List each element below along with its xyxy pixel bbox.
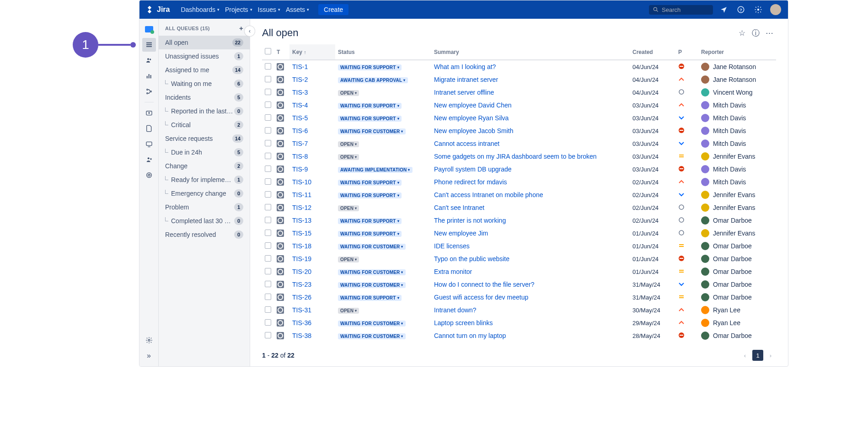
add-queue-icon[interactable]: + [239, 24, 243, 32]
star-icon[interactable]: ☆ [735, 26, 749, 40]
status-badge[interactable]: AWAITING CAB APPROVAL ▾ [338, 77, 408, 83]
issue-summary-link[interactable]: IDE licenses [434, 242, 470, 250]
status-badge[interactable]: WAITING FOR CUSTOMER ▾ [338, 128, 406, 134]
row-checkbox[interactable] [265, 281, 271, 287]
col-status[interactable]: Status [335, 44, 431, 60]
row-checkbox[interactable] [265, 191, 271, 198]
col-created[interactable]: Created [630, 44, 675, 60]
create-button[interactable]: Create [318, 4, 348, 15]
status-badge[interactable]: OPEN ▾ [338, 141, 359, 147]
row-checkbox[interactable] [265, 63, 271, 70]
row-checkbox[interactable] [265, 153, 271, 159]
status-badge[interactable]: OPEN ▾ [338, 205, 359, 211]
queue-item[interactable]: Problem1 [159, 200, 250, 214]
row-checkbox[interactable] [265, 76, 271, 82]
issue-key-link[interactable]: TIS-6 [292, 127, 308, 134]
notifications-icon[interactable] [717, 3, 730, 16]
queue-item[interactable]: Due in 24h5 [159, 145, 250, 159]
col-reporter[interactable]: Reporter [698, 44, 776, 60]
issue-summary-link[interactable]: Intranet server offline [434, 89, 494, 96]
issue-key-link[interactable]: TIS-9 [292, 166, 308, 173]
expand-icon[interactable]: » [142, 349, 156, 363]
queue-item[interactable]: Unassigned issues1 [159, 49, 250, 63]
issue-key-link[interactable]: TIS-1 [292, 63, 308, 70]
project-icon[interactable] [142, 22, 156, 36]
issue-key-link[interactable]: TIS-8 [292, 153, 308, 160]
queue-item[interactable]: Change2 [159, 159, 250, 173]
col-summary[interactable]: Summary [431, 44, 630, 60]
issue-key-link[interactable]: TIS-19 [292, 255, 311, 262]
row-checkbox[interactable] [265, 140, 271, 146]
issue-key-link[interactable]: TIS-18 [292, 242, 311, 250]
issue-key-link[interactable]: TIS-31 [292, 306, 311, 314]
issue-key-link[interactable]: TIS-3 [292, 89, 308, 96]
select-all-checkbox[interactable] [265, 48, 271, 54]
issue-summary-link[interactable]: Can't see Intranet [434, 204, 484, 211]
issue-key-link[interactable]: TIS-38 [292, 332, 311, 339]
issue-key-link[interactable]: TIS-5 [292, 114, 308, 122]
status-badge[interactable]: WAITING FOR SUPPORT ▾ [338, 193, 402, 198]
issue-key-link[interactable]: TIS-7 [292, 140, 308, 147]
info-icon[interactable]: ⓘ [749, 26, 762, 40]
channels-icon[interactable] [142, 137, 156, 151]
nav-assets[interactable]: Assets▾ [283, 4, 312, 15]
queue-item[interactable]: Waiting on me6 [159, 77, 250, 91]
issue-key-link[interactable]: TIS-12 [292, 204, 311, 211]
issue-summary-link[interactable]: New employee Ryan Silva [434, 114, 509, 122]
services-icon[interactable] [142, 85, 156, 98]
invite-icon[interactable] [142, 153, 156, 166]
issue-summary-link[interactable]: Extra monitor [434, 268, 472, 275]
queue-item[interactable]: Assigned to me14 [159, 63, 250, 77]
status-badge[interactable]: OPEN ▾ [338, 154, 359, 160]
status-badge[interactable]: WAITING FOR SUPPORT ▾ [338, 231, 402, 237]
issue-summary-link[interactable]: New employee David Chen [434, 102, 512, 109]
issue-summary-link[interactable]: Some gadgets on my JIRA dashboard seem t… [434, 153, 597, 160]
queue-item[interactable]: Completed last 30 days0 [159, 214, 250, 228]
queue-item[interactable]: Recently resolved0 [159, 228, 250, 241]
search-input[interactable] [662, 6, 707, 13]
settings-icon[interactable] [751, 3, 765, 16]
nav-projects[interactable]: Projects▾ [222, 4, 255, 15]
issue-summary-link[interactable]: Payroll system DB upgrade [434, 166, 512, 173]
row-checkbox[interactable] [265, 306, 271, 313]
status-badge[interactable]: WAITING FOR CUSTOMER ▾ [338, 244, 406, 250]
nav-dashboards[interactable]: Dashboards▾ [178, 4, 222, 15]
issue-key-link[interactable]: TIS-10 [292, 178, 311, 186]
more-icon[interactable]: ⋯ [762, 26, 776, 40]
status-badge[interactable]: WAITING FOR SUPPORT ▾ [338, 116, 402, 122]
row-checkbox[interactable] [265, 204, 271, 210]
help-icon[interactable]: ? [734, 3, 748, 16]
issue-summary-link[interactable]: Phone redirect for mdavis [434, 178, 507, 186]
issue-summary-link[interactable]: Cannot turn on my laptop [434, 332, 506, 339]
knowledge-icon[interactable] [142, 122, 156, 135]
status-badge[interactable]: WAITING FOR CUSTOMER ▾ [338, 282, 406, 288]
status-badge[interactable]: WAITING FOR CUSTOMER ▾ [338, 321, 406, 327]
row-checkbox[interactable] [265, 166, 271, 172]
issue-summary-link[interactable]: What am I looking at? [434, 63, 496, 70]
row-checkbox[interactable] [265, 268, 271, 274]
queue-item[interactable]: Service requests14 [159, 132, 250, 145]
issue-summary-link[interactable]: Typo on the public website [434, 255, 509, 262]
issue-summary-link[interactable]: Can't access Intranet on mobile phone [434, 191, 543, 198]
issue-summary-link[interactable]: Guest wifi access for dev meetup [434, 294, 528, 301]
row-checkbox[interactable] [265, 319, 271, 326]
prev-page-button[interactable]: ‹ [739, 350, 750, 361]
queues-icon[interactable] [142, 38, 156, 52]
queue-item[interactable]: Reported in the last 60 ...0 [159, 104, 250, 118]
reports-icon[interactable] [142, 69, 156, 83]
row-checkbox[interactable] [265, 217, 271, 223]
customers-icon[interactable] [142, 54, 156, 67]
status-badge[interactable]: WAITING FOR CUSTOMER ▾ [338, 333, 406, 339]
status-badge[interactable]: WAITING FOR SUPPORT ▾ [338, 103, 402, 109]
issue-key-link[interactable]: TIS-15 [292, 230, 311, 237]
queue-item[interactable]: Incidents5 [159, 91, 250, 104]
issue-key-link[interactable]: TIS-23 [292, 281, 311, 288]
issue-summary-link[interactable]: Laptop screen blinks [434, 319, 493, 327]
status-badge[interactable]: WAITING FOR SUPPORT ▾ [338, 64, 402, 70]
col-key[interactable]: Key ↑ [289, 44, 335, 60]
issue-key-link[interactable]: TIS-36 [292, 319, 311, 327]
status-badge[interactable]: AWAITING IMPLEMENTATION ▾ [338, 167, 413, 173]
status-badge[interactable]: WAITING FOR SUPPORT ▾ [338, 218, 402, 224]
row-checkbox[interactable] [265, 294, 271, 300]
row-checkbox[interactable] [265, 242, 271, 249]
